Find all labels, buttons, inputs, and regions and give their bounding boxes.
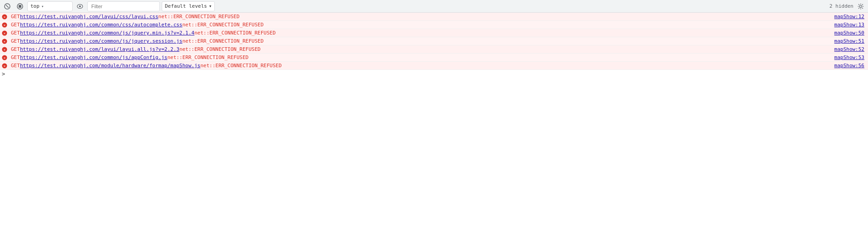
request-url[interactable]: https://test.ruiyanghj.com/module/hardwa… — [20, 63, 200, 69]
error-icon: ✕ — [0, 37, 9, 45]
error-icon: ✕ — [0, 45, 9, 53]
console-row: ✕GET https://test.ruiyanghj.com/module/h… — [0, 62, 868, 70]
svg-rect-3 — [19, 5, 21, 8]
error-icon: ✕ — [0, 13, 9, 20]
filter-input[interactable] — [87, 1, 160, 11]
error-text: net::ERR_CONNECTION_REFUSED — [179, 46, 261, 52]
svg-line-1 — [6, 5, 9, 8]
hidden-count-container: 2 hidden — [829, 1, 866, 12]
devtools-toolbar: top ▾ Default levels ▾ 2 hidden — [0, 0, 868, 13]
request-url[interactable]: https://test.ruiyanghj.com/common/js/app… — [20, 54, 168, 60]
console-row: ✕GET https://test.ruiyanghj.com/common/j… — [0, 37, 868, 45]
error-icon: ✕ — [0, 54, 9, 61]
console-message: GET https://test.ruiyanghj.com/common/js… — [9, 54, 831, 61]
clear-console-button[interactable] — [2, 1, 13, 12]
console-message: GET https://test.ruiyanghj.com/common/cs… — [9, 21, 831, 29]
http-method: GET — [11, 38, 20, 44]
svg-text:✕: ✕ — [4, 23, 6, 27]
console-message: GET https://test.ruiyanghj.com/layui/lay… — [9, 45, 831, 53]
console-row: ✕GET https://test.ruiyanghj.com/layui/cs… — [0, 13, 868, 21]
hidden-count-text: 2 hidden — [829, 3, 853, 9]
settings-button[interactable] — [855, 1, 866, 12]
console-row: ✕GET https://test.ruiyanghj.com/layui/la… — [0, 45, 868, 54]
console-message: GET https://test.ruiyanghj.com/common/js… — [9, 37, 831, 45]
levels-label: Default levels — [165, 3, 207, 9]
console-source-link[interactable]: mapShow:52 — [831, 45, 868, 53]
http-method: GET — [11, 54, 20, 60]
request-url[interactable]: https://test.ruiyanghj.com/common/js/jqu… — [20, 38, 183, 44]
http-method: GET — [11, 30, 20, 36]
error-icon: ✕ — [0, 21, 9, 29]
levels-selector[interactable]: Default levels ▾ — [162, 1, 215, 11]
console-message: GET https://test.ruiyanghj.com/layui/css… — [9, 13, 831, 20]
console-source-link[interactable]: mapShow:13 — [831, 21, 868, 29]
svg-text:✕: ✕ — [4, 48, 6, 52]
request-url[interactable]: https://test.ruiyanghj.com/layui/layui.a… — [20, 46, 179, 52]
error-text: net::ERR_CONNECTION_REFUSED — [183, 38, 264, 44]
request-url[interactable]: https://test.ruiyanghj.com/common/css/au… — [20, 22, 183, 28]
svg-text:✕: ✕ — [4, 15, 6, 19]
svg-text:✕: ✕ — [4, 40, 6, 44]
context-arrow: ▾ — [41, 4, 44, 9]
error-text: net::ERR_CONNECTION_REFUSED — [183, 22, 264, 28]
context-selector[interactable]: top ▾ — [27, 1, 73, 11]
console-message: GET https://test.ruiyanghj.com/common/js… — [9, 29, 831, 37]
eye-button[interactable] — [74, 1, 85, 12]
console-row: ✕GET https://test.ruiyanghj.com/common/j… — [0, 54, 868, 62]
stop-button[interactable] — [15, 1, 25, 12]
http-method: GET — [11, 22, 20, 28]
console-row: ✕GET https://test.ruiyanghj.com/common/j… — [0, 29, 868, 37]
console-content: ✕GET https://test.ruiyanghj.com/layui/cs… — [0, 13, 868, 242]
levels-arrow: ▾ — [209, 3, 212, 9]
svg-point-6 — [860, 5, 862, 7]
http-method: GET — [11, 46, 20, 52]
console-source-link[interactable]: mapShow:12 — [831, 13, 868, 20]
svg-text:✕: ✕ — [4, 31, 6, 35]
console-source-link[interactable]: mapShow:56 — [831, 62, 868, 69]
error-text: net::ERR_CONNECTION_REFUSED — [167, 54, 248, 60]
console-source-link[interactable]: mapShow:53 — [831, 54, 868, 61]
console-source-link[interactable]: mapShow:50 — [831, 29, 868, 37]
error-text: net::ERR_CONNECTION_REFUSED — [200, 63, 282, 69]
svg-text:✕: ✕ — [4, 56, 6, 60]
console-prompt-row: > — [0, 70, 868, 78]
error-text: net::ERR_CONNECTION_REFUSED — [159, 14, 240, 20]
http-method: GET — [11, 14, 20, 20]
console-row: ✕GET https://test.ruiyanghj.com/common/c… — [0, 21, 868, 29]
svg-point-5 — [79, 5, 81, 7]
error-icon: ✕ — [0, 62, 9, 69]
prompt-arrow: > — [2, 71, 5, 77]
svg-text:✕: ✕ — [4, 64, 6, 68]
error-icon: ✕ — [0, 29, 9, 37]
console-source-link[interactable]: mapShow:51 — [831, 37, 868, 45]
context-label: top — [30, 3, 40, 9]
request-url[interactable]: https://test.ruiyanghj.com/common/js/jqu… — [20, 30, 194, 36]
error-text: net::ERR_CONNECTION_REFUSED — [194, 30, 276, 36]
http-method: GET — [11, 63, 20, 69]
console-message: GET https://test.ruiyanghj.com/module/ha… — [9, 62, 831, 69]
request-url[interactable]: https://test.ruiyanghj.com/layui/css/lay… — [20, 14, 159, 20]
